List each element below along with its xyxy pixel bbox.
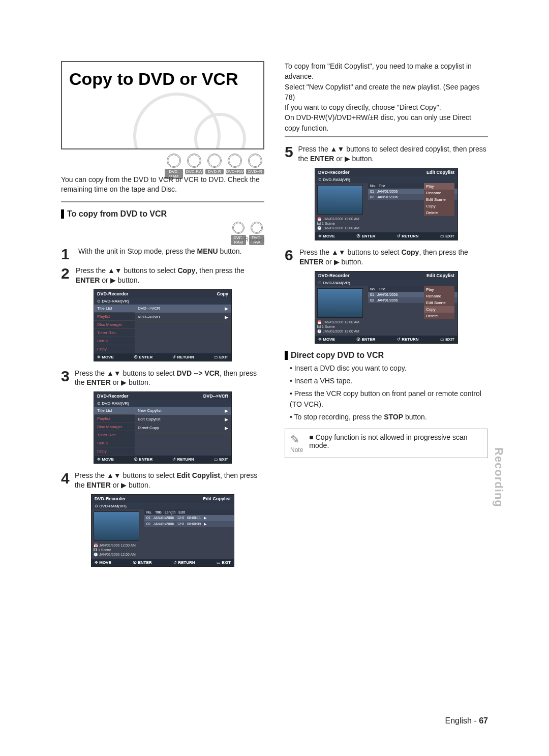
step-4: 4 Press the ▲▼ buttons to select Edit Co…: [61, 471, 264, 490]
osd-screenshot-popup-copy: DVD-RecorderEdit Copylist ⊙ DVD-RAM(VR) …: [315, 271, 458, 344]
step-number: 1: [61, 247, 74, 262]
page-footer: English - 67: [445, 716, 489, 725]
note-hand-icon: ✎: [290, 433, 303, 446]
disc-badge: DVD-RW: [249, 222, 264, 236]
disc-badge: DVD+R: [246, 154, 264, 170]
disc-badge: DVD+RW: [226, 154, 244, 170]
step-text: Press the ▲▼ buttons to select desired c…: [298, 144, 488, 164]
preview-thumb: [94, 511, 139, 541]
osd-screenshot-copy: DVD-RecorderCopy ⊙ DVD-RAM(VR) Title Lis…: [94, 289, 232, 361]
divider: [61, 201, 264, 202]
heading-bar: [285, 351, 288, 360]
step-number: 5: [285, 144, 294, 160]
step-5: 5 Press the ▲▼ buttons to select desired…: [285, 144, 488, 164]
step-text: Press the ▲▼ buttons to select Copy, the…: [299, 248, 488, 267]
osd-screenshot-dvd-vcr: DVD-RecorderDVD-->VCR ⊙ DVD-RAM(VR) Titl…: [94, 391, 232, 464]
disc-badge: DVD-RAM: [231, 222, 246, 236]
step-text: Press the ▲▼ buttons to select Copy, the…: [76, 266, 264, 285]
mini-disc-badges: DVD-RAMDVD-RW: [61, 222, 264, 236]
step-text: Press the ▲▼ buttons to select Edit Copy…: [75, 471, 264, 490]
step-6: 6 Press the ▲▼ buttons to select Copy, t…: [285, 248, 488, 267]
page-title: Copy to DVD or VCR: [69, 69, 256, 89]
step-3: 3 Press the ▲▼ buttons to select DVD -->…: [61, 369, 264, 388]
note-text: ■ Copy function is not allowed in progre…: [309, 433, 482, 449]
step-number: 4: [61, 471, 71, 486]
step-number: 3: [61, 369, 71, 384]
disc-badge: DVD-RW: [185, 154, 203, 170]
direct-copy-bullets: Insert a DVD disc you want to copy.Inser…: [285, 363, 488, 422]
right-intro: To copy from "Edit Copylist", you need t…: [285, 61, 488, 133]
manual-page: Copy to DVD or VCR DVD-RAMDVD-RWDVD-RDVD…: [0, 0, 549, 756]
right-column: To copy from "Edit Copylist", you need t…: [285, 61, 488, 574]
preview-thumb: [317, 288, 363, 318]
section-heading-2: Direct copy DVD to VCR: [285, 351, 488, 360]
step-number: 2: [61, 266, 72, 281]
step-2: 2 Press the ▲▼ buttons to select Copy, t…: [61, 266, 264, 285]
osd-screenshot-popup-play: DVD-RecorderEdit Copylist ⊙ DVD-RAM(VR) …: [315, 168, 458, 240]
section-side-tab: Recording: [492, 447, 505, 507]
disc-badges: DVD-RAMDVD-RWDVD-RDVD+RWDVD+R: [61, 154, 264, 170]
step-1: 1 With the unit in Stop mode, press the …: [61, 247, 264, 262]
divider: [285, 136, 488, 137]
heading-text: Direct copy DVD to VCR: [291, 351, 384, 360]
disc-badge: DVD-RAM: [165, 154, 183, 170]
title-box: Copy to DVD or VCR: [61, 61, 264, 149]
heading-bar: [61, 209, 64, 219]
osd-screenshot-edit-copylist: DVD-RecorderEdit Copylist ⊙ DVD-RAM(VR) …: [91, 494, 234, 567]
intro-text: You can copy from the DVD to VCR or VCR …: [61, 175, 264, 194]
heading-text: To copy from DVD to VCR: [67, 209, 167, 219]
note-box: ✎ Note ■ Copy function is not allowed in…: [285, 429, 488, 458]
note-label: Note: [290, 446, 303, 453]
preview-thumb: [317, 185, 363, 215]
step-text: Press the ▲▼ buttons to select DVD --> V…: [75, 369, 264, 388]
disc-badge: DVD-R: [205, 154, 224, 170]
left-column: Copy to DVD or VCR DVD-RAMDVD-RWDVD-RDVD…: [61, 61, 264, 574]
step-number: 6: [285, 248, 295, 263]
section-heading-1: To copy from DVD to VCR: [61, 209, 264, 219]
step-text: With the unit in Stop mode, press the ME…: [78, 247, 241, 256]
